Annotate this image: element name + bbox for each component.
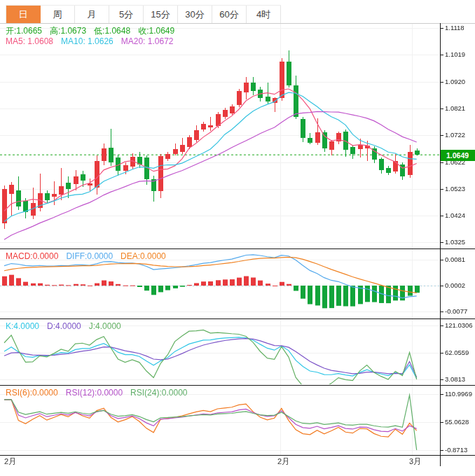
kline-chart-app: 日 周 月 5分 15分 30分 60分 4时 开:1.0665高:1.0673… xyxy=(0,0,475,476)
kline-canvas[interactable] xyxy=(0,0,475,476)
last-price-badge: 1.0649 xyxy=(441,150,475,161)
